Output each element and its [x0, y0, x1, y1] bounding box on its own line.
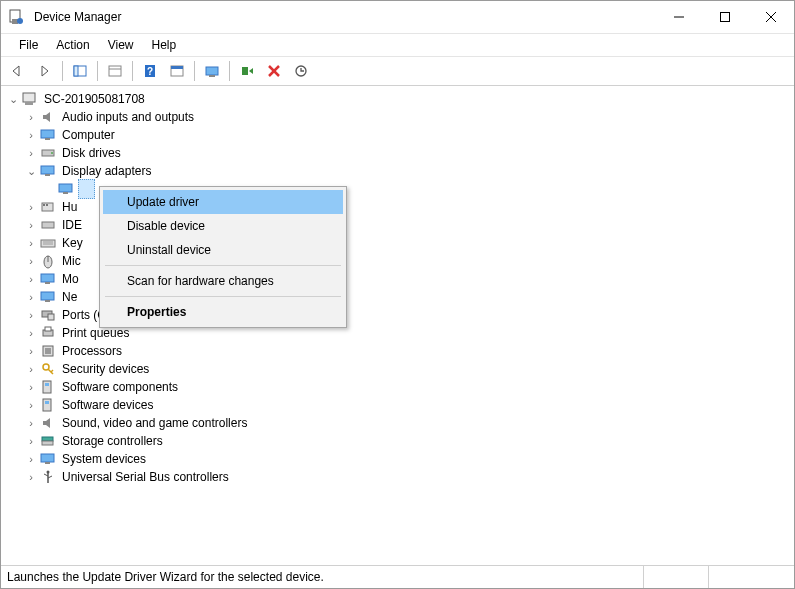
calendar-icon[interactable]: [164, 58, 190, 84]
forward-button[interactable]: [32, 58, 58, 84]
svg-rect-27: [41, 166, 54, 174]
expand-icon[interactable]: ›: [23, 145, 39, 161]
statusbar: Launches the Update Driver Wizard for th…: [1, 565, 794, 588]
menu-action[interactable]: Action: [48, 36, 97, 54]
ctx-scan-hardware[interactable]: Scan for hardware changes: [103, 269, 343, 293]
ctx-disable-device[interactable]: Disable device: [103, 214, 343, 238]
svg-rect-17: [242, 67, 248, 75]
tree-root[interactable]: ⌄ SC-201905081708: [5, 90, 790, 108]
expand-icon[interactable]: ›: [23, 199, 39, 215]
tree-label: Mo: [60, 270, 81, 288]
tree-label: Hu: [60, 198, 79, 216]
svg-rect-29: [59, 184, 72, 192]
expand-icon[interactable]: ›: [23, 397, 39, 413]
uninstall-button[interactable]: [261, 58, 287, 84]
tree-node-storage[interactable]: › Storage controllers: [5, 432, 790, 450]
disable-button[interactable]: [288, 58, 314, 84]
expand-icon[interactable]: ›: [23, 379, 39, 395]
collapse-icon[interactable]: ⌄: [5, 91, 21, 107]
svg-rect-4: [721, 13, 730, 22]
expand-icon[interactable]: ›: [23, 451, 39, 467]
svg-rect-40: [41, 274, 54, 282]
svg-rect-33: [46, 204, 48, 206]
tree-node-display[interactable]: ⌄ Display adapters: [5, 162, 790, 180]
status-cell: [644, 566, 709, 588]
speaker-icon: [39, 415, 56, 431]
tree-label: Storage controllers: [60, 432, 165, 450]
titlebar: Device Manager: [1, 1, 794, 34]
expand-icon[interactable]: ›: [23, 469, 39, 485]
tree-node-sysdev[interactable]: › System devices: [5, 450, 790, 468]
toolbar-separator: [229, 61, 230, 81]
tree-label: IDE: [60, 216, 84, 234]
expand-icon[interactable]: ›: [23, 109, 39, 125]
menu-help[interactable]: Help: [144, 36, 185, 54]
expand-icon[interactable]: ›: [23, 217, 39, 233]
expand-icon[interactable]: ›: [23, 307, 39, 323]
ctx-uninstall-device[interactable]: Uninstall device: [103, 238, 343, 262]
svg-rect-47: [45, 327, 51, 331]
expand-icon[interactable]: ›: [23, 343, 39, 359]
menu-file[interactable]: File: [11, 36, 46, 54]
scan-hardware-button[interactable]: [199, 58, 225, 84]
menu-view[interactable]: View: [100, 36, 142, 54]
toolbar-separator: [132, 61, 133, 81]
tree-label: Processors: [60, 342, 124, 360]
tree-node-sound[interactable]: › Sound, video and game controllers: [5, 414, 790, 432]
ide-icon: [39, 217, 56, 233]
monitor-icon: [39, 127, 56, 143]
expand-icon[interactable]: ›: [23, 127, 39, 143]
svg-line-52: [51, 370, 53, 372]
expand-icon[interactable]: ›: [23, 289, 39, 305]
svg-point-26: [51, 152, 53, 154]
expand-icon[interactable]: ›: [23, 271, 39, 287]
svg-rect-58: [42, 441, 53, 445]
toolbar-separator: [194, 61, 195, 81]
toolbar: ?: [1, 57, 794, 86]
close-button[interactable]: [748, 2, 794, 32]
status-cell: [709, 566, 794, 588]
update-driver-button[interactable]: [234, 58, 260, 84]
tree-node-audio[interactable]: › Audio inputs and outputs: [5, 108, 790, 126]
software-icon: [39, 397, 56, 413]
tree-node-usb[interactable]: › Universal Serial Bus controllers: [5, 468, 790, 486]
ctx-separator: [105, 296, 341, 297]
window-title: Device Manager: [34, 10, 121, 24]
svg-rect-28: [45, 174, 50, 176]
expand-icon[interactable]: ›: [23, 415, 39, 431]
tree-node-softdev[interactable]: › Software devices: [5, 396, 790, 414]
ctx-update-driver[interactable]: Update driver: [103, 190, 343, 214]
tree-node-security[interactable]: › Security devices: [5, 360, 790, 378]
app-icon: [7, 9, 24, 25]
tree-label: Disk drives: [60, 144, 123, 162]
tree-node-softcomp[interactable]: › Software components: [5, 378, 790, 396]
svg-rect-32: [43, 204, 45, 206]
tree-label: Key: [60, 234, 85, 252]
svg-rect-60: [45, 462, 50, 464]
cpu-icon: [39, 343, 56, 359]
properties-button[interactable]: [102, 58, 128, 84]
collapse-icon[interactable]: ⌄: [23, 163, 39, 179]
display-adapter-icon: [57, 181, 74, 197]
help-button[interactable]: ?: [137, 58, 163, 84]
show-hide-tree-button[interactable]: [67, 58, 93, 84]
expand-icon[interactable]: ›: [23, 235, 39, 251]
expand-icon[interactable]: ›: [23, 433, 39, 449]
minimize-button[interactable]: [656, 2, 702, 32]
maximize-button[interactable]: [702, 2, 748, 32]
expand-icon[interactable]: ›: [23, 325, 39, 341]
svg-rect-57: [42, 437, 53, 441]
svg-point-2: [17, 18, 23, 24]
svg-rect-56: [45, 401, 49, 404]
tree-node-computer[interactable]: › Computer: [5, 126, 790, 144]
tree-node-disk[interactable]: › Disk drives: [5, 144, 790, 162]
back-button[interactable]: [5, 58, 31, 84]
expand-icon[interactable]: ›: [23, 253, 39, 269]
toolbar-separator: [62, 61, 63, 81]
svg-rect-49: [45, 348, 51, 354]
monitor-icon: [39, 271, 56, 287]
tree-node-processors[interactable]: › Processors: [5, 342, 790, 360]
svg-rect-8: [74, 66, 78, 76]
expand-icon[interactable]: ›: [23, 361, 39, 377]
ctx-properties[interactable]: Properties: [103, 300, 343, 324]
